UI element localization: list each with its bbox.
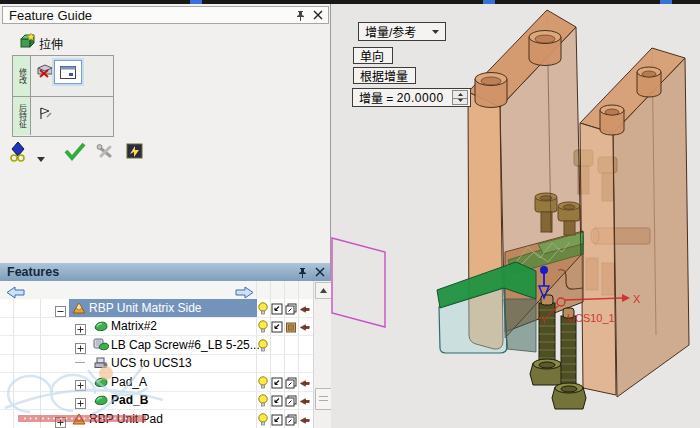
tree-expander[interactable] — [75, 321, 86, 332]
tree-node-label: Pad_A — [111, 375, 147, 389]
flag-option-icon[interactable] — [38, 105, 54, 125]
bulb-icon[interactable] — [257, 319, 270, 332]
tree-node-label: Matrix#2 — [111, 319, 157, 333]
tree-row[interactable]: Matrix#2 — [0, 317, 313, 336]
feature-guide-grid: 修改 后特征 — [12, 55, 114, 137]
smart-dimension-icon[interactable] — [8, 141, 28, 166]
tools-icon[interactable] — [96, 143, 116, 165]
increment-value-field[interactable]: 增量 = 20.0000 — [352, 88, 471, 107]
bulb-icon[interactable] — [257, 338, 270, 351]
tree-row[interactable]: Pad_A — [0, 373, 313, 392]
pin-icon[interactable] — [299, 393, 312, 406]
tree-node-label: UCS to UCS13 — [111, 356, 192, 370]
chevron-down-icon — [432, 30, 439, 34]
edit-profile-icon[interactable] — [36, 63, 54, 83]
box2-icon[interactable] — [285, 412, 298, 425]
dropdown-caret-icon[interactable] — [37, 148, 45, 166]
tree-row[interactable]: LB Cap Screw#6_LB 5-25... — [0, 336, 313, 355]
close-icon[interactable] — [312, 9, 324, 21]
tree-node-label: LB Cap Screw#6_LB 5-25... — [111, 338, 260, 352]
single-direction-button[interactable]: 单向 — [353, 47, 393, 64]
by-increment-button[interactable]: 根据增量 — [353, 67, 416, 84]
sketch-plane-outline — [332, 238, 385, 327]
increment-prefix: 增量 = — [359, 89, 393, 106]
pin-icon[interactable] — [299, 412, 312, 425]
tree-expander[interactable] — [75, 340, 86, 351]
tree-expander[interactable] — [75, 395, 86, 406]
confirm-check-icon[interactable] — [63, 141, 87, 165]
section1-label: 修改 — [18, 68, 26, 84]
tree-node-label: RBP Unit Matrix Side — [89, 301, 201, 315]
section2-label: 后特征 — [18, 104, 26, 128]
box1-icon[interactable] — [271, 412, 284, 425]
tree-expander[interactable] — [55, 414, 66, 425]
node-type-icon — [71, 412, 87, 428]
bulb-icon[interactable] — [257, 412, 270, 425]
increment-spinner[interactable] — [452, 90, 468, 105]
node-type-icon — [71, 301, 87, 319]
node-type-icon — [93, 356, 109, 374]
node-type-icon — [93, 393, 109, 411]
pin-icon[interactable] — [299, 301, 312, 314]
tree-expander[interactable] — [55, 303, 66, 314]
box2-icon[interactable] — [285, 375, 298, 388]
boxbrown-icon[interactable] — [285, 319, 298, 332]
dialog-option-button[interactable] — [54, 60, 82, 84]
tree-connector — [75, 362, 85, 363]
node-type-icon — [93, 338, 109, 356]
tree-row[interactable]: RBP Unit Pad — [0, 410, 313, 428]
scrollbar-thumb[interactable] — [315, 388, 332, 410]
pin-icon[interactable] — [294, 9, 306, 21]
features-toolbar — [0, 281, 313, 300]
features-panel-title: Features — [7, 265, 59, 279]
svg-text:Y: Y — [540, 314, 548, 326]
pin-icon[interactable] — [299, 375, 312, 388]
extrude-feature-icon — [18, 32, 36, 54]
feature-guide-title: Feature Guide — [9, 8, 92, 23]
feature-guide-section-2[interactable]: 后特征 — [13, 97, 31, 135]
3d-viewport[interactable]: X Y UCS10_1 增量/参考 单向 根据增量 增量 = 20.0000 — [331, 4, 700, 428]
tree-node-label: Pad_B — [111, 393, 148, 407]
svg-text:UCS10_1: UCS10_1 — [567, 312, 615, 324]
box1-icon[interactable] — [271, 319, 284, 332]
bulb-icon[interactable] — [257, 375, 270, 388]
box2-icon[interactable] — [285, 393, 298, 406]
box1-icon[interactable] — [271, 301, 284, 314]
feature-guide-tool-label: 拉伸 — [39, 35, 63, 52]
by-increment-label: 根据增量 — [360, 67, 408, 84]
tree-row[interactable]: RBP Unit Matrix Side — [0, 299, 313, 318]
dropdown-label: 增量/参考 — [365, 23, 416, 40]
close-icon[interactable] — [314, 266, 326, 278]
tree-node-label: RBP Unit Pad — [89, 412, 163, 426]
features-panel-titlebar: Features — [0, 263, 330, 281]
scroll-up-button[interactable] — [315, 282, 332, 299]
pin-icon[interactable] — [296, 266, 308, 278]
cancel-tool-icon[interactable] — [126, 142, 144, 164]
increment-value: 20.0000 — [397, 91, 444, 105]
spin-down-icon[interactable] — [453, 98, 467, 105]
tree-scrollbar[interactable] — [313, 281, 331, 428]
box1-icon[interactable] — [271, 375, 284, 388]
feature-guide-actionbar — [8, 141, 208, 165]
pin-icon[interactable] — [299, 319, 312, 332]
features-tree: RBP Unit Matrix SideMatrix#2LB Cap Screw… — [0, 299, 313, 428]
node-type-icon — [93, 319, 109, 337]
svg-text:X: X — [633, 293, 641, 305]
node-type-icon — [93, 375, 109, 393]
box2-icon[interactable] — [285, 301, 298, 314]
bulb-icon[interactable] — [257, 393, 270, 406]
tree-row[interactable]: UCS to UCS13 — [0, 354, 313, 373]
bulb-icon[interactable] — [257, 301, 270, 314]
feature-guide-titlebar: Feature Guide — [2, 6, 329, 24]
tree-row[interactable]: Pad_B — [0, 391, 313, 410]
single-direction-label: 单向 — [360, 47, 384, 64]
increment-mode-dropdown[interactable]: 增量/参考 — [358, 22, 446, 41]
tree-expander[interactable] — [75, 377, 86, 388]
feature-guide-section-1[interactable]: 修改 — [13, 56, 31, 96]
box1-icon[interactable] — [271, 393, 284, 406]
grid-divider — [13, 96, 113, 97]
